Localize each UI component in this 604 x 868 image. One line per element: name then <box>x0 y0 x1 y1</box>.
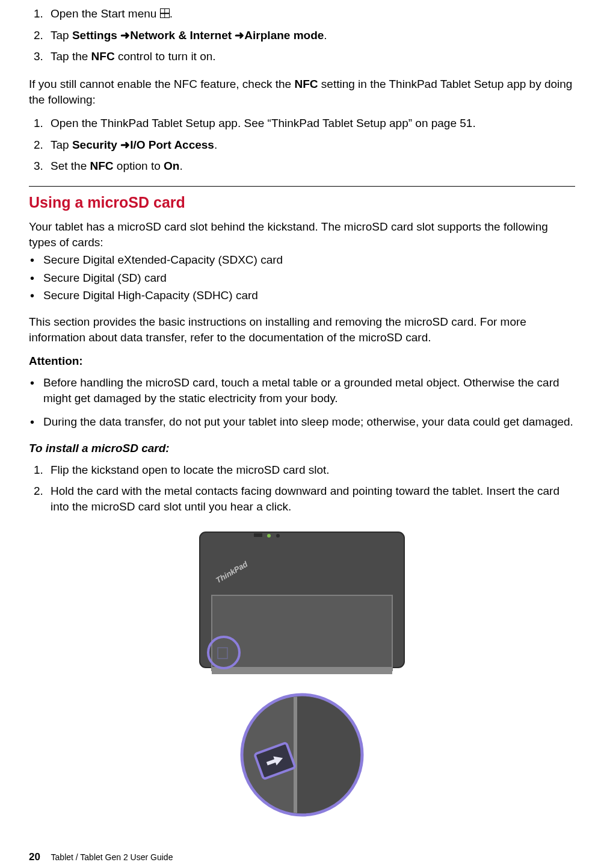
text: Tap <box>51 29 72 42</box>
bold-text: Settings <box>72 29 117 42</box>
step-flip-kickstand: Flip the kickstand open to locate the mi… <box>46 462 575 478</box>
start-menu-icon <box>160 8 170 18</box>
text: Open the ThinkPad Tablet Setup app. See … <box>51 117 476 129</box>
bold-text: I/O Port Access <box>117 138 214 151</box>
install-title: To install a microSD card: <box>29 441 575 456</box>
list-item: Secure Digital High-Capacity (SDHC) card <box>29 288 575 303</box>
text: Tap <box>51 138 72 151</box>
tablet-illustration: ThinkPad <box>194 526 410 821</box>
install-figure: ThinkPad <box>29 526 575 825</box>
text: . <box>179 160 182 172</box>
text: . <box>324 29 327 42</box>
bold-text: NFC <box>90 160 114 172</box>
step-insert-card: Hold the card with the metal contacts fa… <box>46 483 575 514</box>
text: . <box>170 7 173 20</box>
svg-rect-11 <box>294 695 297 815</box>
bold-text: NFC <box>294 78 318 90</box>
text: If you still cannot enable the NFC featu… <box>29 78 294 90</box>
text: . <box>214 138 217 151</box>
text: Set the <box>51 160 90 172</box>
svg-rect-5 <box>212 667 392 674</box>
page-footer: 20 Tablet / Tablet Gen 2 User Guide <box>29 851 173 864</box>
nfc-setup-steps: Open the ThinkPad Tablet Setup app. See … <box>29 116 575 174</box>
attention-list: Before handling the microSD card, touch … <box>29 375 575 430</box>
list-item: Before handling the microSD card, touch … <box>29 375 575 406</box>
svg-point-3 <box>276 534 280 538</box>
footer-title: Tablet / Tablet Gen 2 User Guide <box>51 852 173 862</box>
text: control to turn it on. <box>115 50 216 63</box>
sd-intro-paragraph: Your tablet has a microSD card slot behi… <box>29 219 575 250</box>
list-item: During the data transfer, do not put you… <box>29 414 575 430</box>
bold-text: Security <box>72 138 117 151</box>
nfc-check-paragraph: If you still cannot enable the NFC featu… <box>29 76 575 107</box>
step-tap-nfc: Tap the NFC control to turn it on. <box>46 49 575 64</box>
install-steps: Flip the kickstand open to locate the mi… <box>29 462 575 515</box>
step-tap-settings: Tap SettingsNetwork & InternetAirplane m… <box>46 28 575 43</box>
svg-rect-1 <box>254 533 262 537</box>
svg-rect-10 <box>296 695 368 815</box>
sd-basic-paragraph: This section provides the basic instruct… <box>29 314 575 345</box>
bold-text: Airplane mode <box>232 29 324 42</box>
text: Open the Start menu <box>51 7 160 20</box>
text: option to <box>114 160 164 172</box>
bold-text: NFC <box>91 50 115 63</box>
section-divider <box>29 186 575 187</box>
list-item: Secure Digital eXtended-Capacity (SDXC) … <box>29 252 575 268</box>
sd-card-types-list: Secure Digital eXtended-Capacity (SDXC) … <box>29 252 575 303</box>
bold-text: Network & Internet <box>117 29 232 42</box>
section-title-microsd: Using a microSD card <box>29 193 575 213</box>
list-item: Secure Digital (SD) card <box>29 270 575 286</box>
svg-point-2 <box>267 534 271 538</box>
nfc-enable-steps: Open the Start menu . Tap SettingsNetwor… <box>29 6 575 64</box>
text: Tap the <box>51 50 91 63</box>
step-tap-security: Tap SecurityI/O Port Access. <box>46 137 575 153</box>
step-set-nfc-on: Set the NFC option to On. <box>46 158 575 174</box>
bold-text: On <box>164 160 179 172</box>
page-number: 20 <box>29 851 40 863</box>
step-open-start: Open the Start menu . <box>46 6 575 22</box>
attention-label: Attention: <box>29 353 575 369</box>
step-open-setup: Open the ThinkPad Tablet Setup app. See … <box>46 116 575 131</box>
